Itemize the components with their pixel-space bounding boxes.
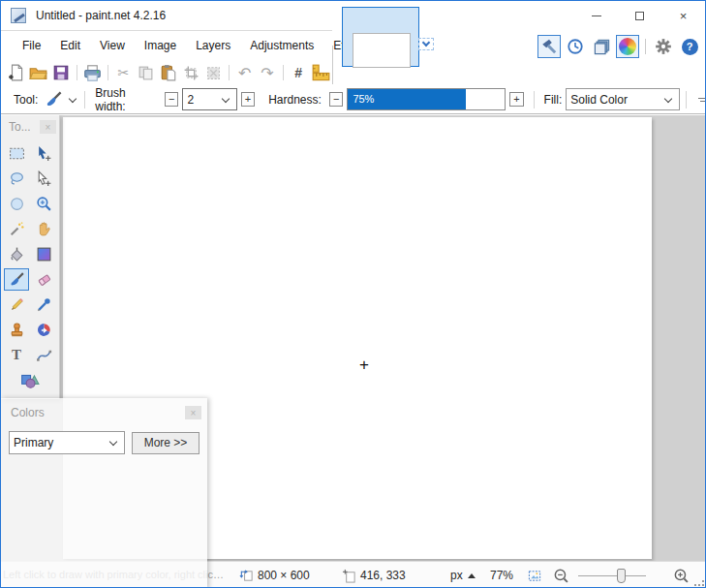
colors-panel-close-button[interactable]: ×	[185, 406, 201, 419]
shapes-icon	[20, 372, 40, 389]
maximize-icon	[635, 12, 644, 20]
hardness-label: Hardness:	[268, 93, 322, 107]
resize-grip[interactable]	[694, 576, 704, 586]
zoom-slider[interactable]	[578, 575, 646, 576]
brush-cursor-crosshair: +	[359, 356, 369, 375]
move-pixels-arrow-icon	[36, 145, 52, 162]
zoom-slider-thumb[interactable]	[617, 569, 626, 583]
tool-zoom[interactable]	[31, 193, 56, 215]
toolbar-separator	[283, 65, 284, 80]
layers-icon	[593, 38, 611, 56]
tool-move-selected-pixels[interactable]	[31, 142, 56, 165]
image-list-button[interactable]	[418, 38, 434, 50]
tool-text[interactable]: T	[4, 344, 29, 366]
fill-style-value: Solid Color	[570, 93, 628, 107]
tools-panel-close-button[interactable]: ×	[40, 120, 56, 134]
save-floppy-icon	[52, 64, 70, 81]
color-mode-select[interactable]: Primary	[9, 431, 125, 454]
grid-toggle-button[interactable]: #	[289, 63, 307, 83]
hardness-decrease-button[interactable]: −	[329, 92, 344, 107]
image-tab-thumbnail[interactable]	[342, 7, 419, 67]
hardness-increase-button[interactable]: +	[509, 92, 524, 107]
redo-button[interactable]: ↷	[258, 63, 276, 83]
new-button[interactable]	[7, 63, 25, 83]
fill-style-combo[interactable]: Solid Color	[566, 88, 680, 110]
menu-view[interactable]: View	[90, 31, 135, 60]
menu-file[interactable]: File	[13, 31, 50, 60]
tool-lasso-select[interactable]	[4, 168, 29, 190]
undo-icon: ↶	[238, 64, 251, 82]
colors-window-toggle[interactable]	[616, 35, 639, 58]
toolbar-separator	[77, 65, 77, 80]
tool-paintbrush[interactable]	[4, 268, 29, 291]
ellipse-select-icon	[9, 196, 25, 212]
brush-width-combo[interactable]: 2	[182, 88, 236, 110]
minimize-icon	[592, 15, 601, 16]
tool-recolor[interactable]	[31, 319, 56, 341]
layers-window-toggle[interactable]	[590, 35, 613, 58]
zoom-to-window-button[interactable]	[527, 569, 542, 586]
redo-icon: ↷	[261, 64, 273, 82]
tool-pan[interactable]	[31, 218, 56, 240]
tools-window-toggle[interactable]	[537, 35, 561, 58]
close-button[interactable]: ×	[661, 1, 705, 30]
menu-adjustments[interactable]: Adjustments	[240, 31, 323, 60]
menu-layers[interactable]: Layers	[186, 31, 240, 60]
brush-width-decrease-button[interactable]: −	[165, 92, 179, 107]
brush-width-value: 2	[187, 93, 194, 107]
deselect-icon	[205, 65, 222, 81]
cursor-position-value: 416, 333	[360, 569, 406, 582]
help-button[interactable]: ?	[678, 35, 701, 58]
undo-button[interactable]: ↶	[235, 63, 254, 83]
tool-paint-bucket[interactable]	[4, 243, 29, 265]
chevron-down-icon	[221, 94, 229, 102]
zoom-in-button[interactable]	[673, 568, 690, 587]
unit-selector[interactable]: px	[450, 569, 476, 582]
save-button[interactable]	[52, 63, 71, 83]
current-tool-button[interactable]	[44, 89, 63, 109]
crop-icon	[183, 65, 200, 81]
options-separator	[84, 91, 85, 108]
grid-icon: #	[294, 65, 302, 80]
copy-button[interactable]	[137, 63, 155, 83]
tool-line-curve[interactable]	[31, 344, 56, 366]
deselect-button[interactable]	[204, 63, 223, 83]
minimize-button[interactable]	[574, 1, 618, 30]
tool-pencil[interactable]	[4, 294, 29, 316]
more-button[interactable]: More >>	[132, 432, 200, 454]
tool-move-selection[interactable]	[31, 168, 56, 190]
menu-edit[interactable]: Edit	[50, 31, 90, 60]
chevron-down-icon	[422, 39, 430, 46]
tool-dropdown-caret[interactable]	[68, 94, 76, 102]
hardness-slider[interactable]: 75%	[347, 88, 506, 110]
tool-clone-stamp[interactable]	[4, 319, 29, 341]
settings-button[interactable]	[652, 35, 675, 58]
tool-magic-wand[interactable]	[4, 218, 29, 240]
open-button[interactable]	[29, 63, 47, 83]
brush-width-increase-button[interactable]: +	[241, 92, 256, 107]
tool-rectangle-select[interactable]	[4, 142, 29, 165]
magnifier-minus-icon	[553, 568, 569, 584]
cut-button[interactable]: ✂	[114, 63, 133, 83]
tool-eraser[interactable]	[31, 268, 56, 291]
toolbar-overflow-button[interactable]	[698, 98, 706, 102]
lasso-select-icon	[9, 170, 25, 187]
paste-button[interactable]	[159, 63, 177, 83]
tool-color-picker[interactable]	[31, 294, 56, 316]
crop-button[interactable]	[182, 63, 200, 83]
options-separator	[686, 91, 687, 108]
eraser-icon	[36, 271, 52, 288]
move-selection-arrow-icon	[36, 170, 52, 187]
tool-label: Tool:	[14, 93, 38, 107]
tool-shapes[interactable]	[17, 369, 43, 391]
print-button[interactable]	[83, 63, 102, 83]
app-icon	[11, 8, 26, 23]
history-window-toggle[interactable]	[564, 35, 587, 58]
tool-ellipse-select[interactable]	[4, 193, 29, 215]
menu-image[interactable]: Image	[135, 31, 186, 60]
ruler-toggle-button[interactable]	[312, 63, 330, 83]
tool-gradient[interactable]	[31, 243, 56, 265]
maximize-button[interactable]	[618, 1, 661, 30]
scissors-icon: ✂	[118, 65, 130, 80]
zoom-out-button[interactable]	[553, 568, 569, 587]
